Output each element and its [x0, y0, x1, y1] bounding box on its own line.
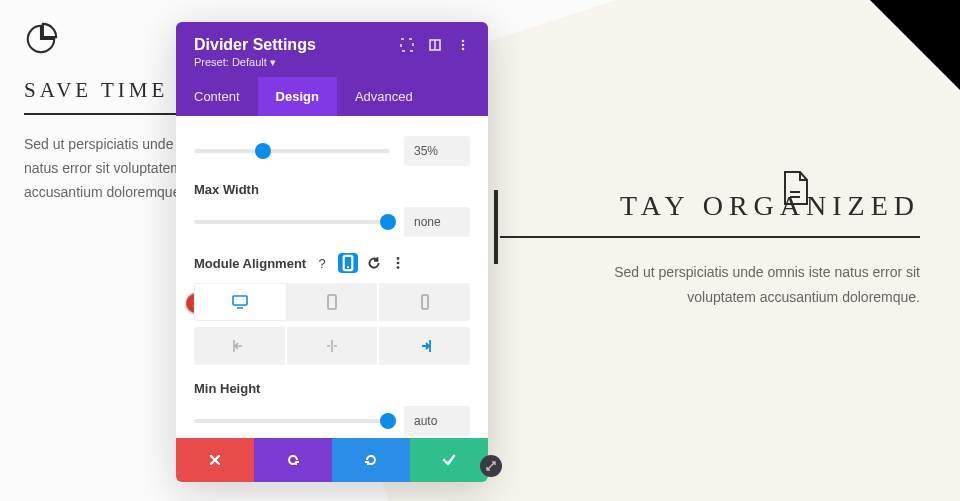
save-button[interactable] — [410, 438, 488, 482]
svg-point-11 — [397, 262, 400, 265]
divider-settings-modal: Divider Settings Preset: Default ▾ Conte… — [176, 22, 488, 482]
device-tablet[interactable] — [287, 283, 380, 321]
module-alignment-label: Module Alignment ? — [194, 253, 470, 273]
svg-point-6 — [462, 44, 465, 47]
svg-rect-2 — [401, 39, 413, 51]
tab-advanced[interactable]: Advanced — [337, 77, 431, 116]
reset-icon[interactable] — [366, 255, 382, 271]
kebab-icon[interactable] — [390, 255, 406, 271]
drag-handle[interactable] — [480, 455, 502, 477]
width-control — [194, 136, 470, 166]
device-phone[interactable] — [379, 283, 470, 321]
svg-point-10 — [397, 257, 400, 260]
max-width-slider[interactable] — [194, 208, 390, 236]
svg-rect-13 — [233, 296, 247, 305]
max-width-value-input[interactable] — [404, 207, 470, 237]
modal-header: Divider Settings Preset: Default ▾ — [176, 22, 488, 77]
modal-title: Divider Settings — [194, 36, 316, 54]
svg-rect-15 — [328, 295, 336, 309]
alignment-toggle — [194, 327, 470, 365]
device-desktop[interactable] — [194, 283, 287, 321]
max-width-label: Max Width — [194, 182, 470, 197]
min-height-value-input[interactable] — [404, 406, 470, 436]
snap-icon[interactable] — [428, 38, 442, 52]
more-icon[interactable] — [456, 38, 470, 52]
align-center[interactable] — [287, 327, 380, 365]
stay-organized-body: Sed ut perspiciatis unde omnis iste natu… — [500, 260, 920, 310]
preset-selector[interactable]: Preset: Default ▾ — [194, 56, 470, 69]
min-height-control — [194, 406, 470, 436]
align-right[interactable] — [379, 327, 470, 365]
min-height-slider[interactable] — [194, 407, 390, 435]
max-width-control — [194, 207, 470, 237]
close-button[interactable] — [176, 438, 254, 482]
document-icon — [782, 170, 810, 206]
expand-icon[interactable] — [400, 38, 414, 52]
redo-button[interactable] — [332, 438, 410, 482]
right-column: TAY ORGANIZED Sed ut perspiciatis unde o… — [500, 190, 920, 310]
svg-point-5 — [462, 40, 465, 43]
tab-design[interactable]: Design — [258, 77, 337, 116]
min-height-label: Min Height — [194, 381, 470, 396]
svg-point-12 — [397, 266, 400, 269]
stay-organized-heading: TAY ORGANIZED — [500, 190, 920, 222]
responsive-toggle-icon[interactable] — [338, 253, 358, 273]
svg-rect-16 — [422, 295, 428, 309]
svg-point-7 — [462, 48, 465, 51]
heading-rule-right — [500, 236, 920, 238]
corner-triangle — [870, 0, 960, 90]
modal-footer — [176, 438, 488, 482]
align-left[interactable] — [194, 327, 287, 365]
modal-tabs: Content Design Advanced — [176, 77, 488, 116]
undo-button[interactable] — [254, 438, 332, 482]
vertical-accent — [494, 190, 498, 264]
device-toggle — [194, 283, 470, 321]
modal-body[interactable]: Max Width Module Alignment ? — [176, 116, 488, 438]
tab-content[interactable]: Content — [176, 77, 258, 116]
width-slider[interactable] — [194, 137, 390, 165]
pie-chart-icon — [24, 22, 58, 56]
width-value-input[interactable] — [404, 136, 470, 166]
help-icon[interactable]: ? — [314, 255, 330, 271]
svg-point-9 — [347, 266, 349, 268]
